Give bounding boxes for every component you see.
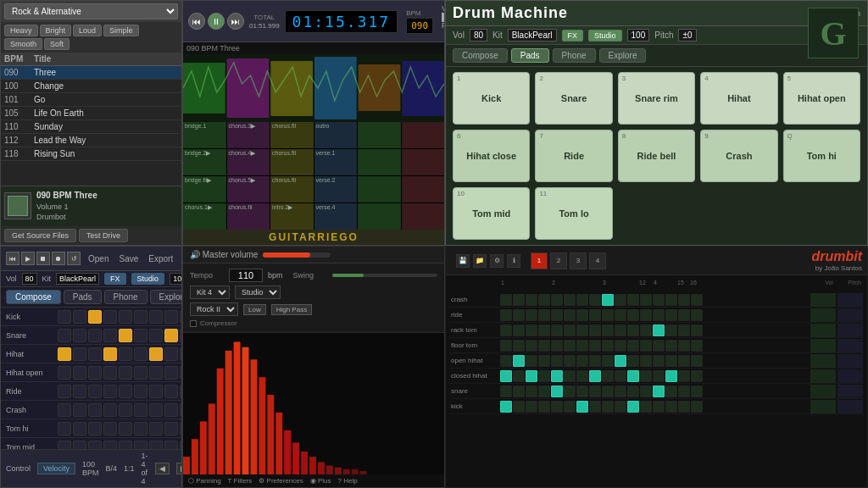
track-item[interactable]: 105 Life On Earth xyxy=(1,107,181,120)
next-button[interactable]: ⏭ xyxy=(227,13,244,30)
db-page-next[interactable]: ▶ xyxy=(176,463,182,474)
db-prev-btn[interactable]: ⏮ xyxy=(6,252,19,265)
style-smooth[interactable]: Smooth xyxy=(4,38,42,50)
dm-studio-button[interactable]: Studio xyxy=(588,30,622,42)
track-item[interactable]: 090 Three xyxy=(1,66,181,80)
dc-low-btn[interactable]: Low xyxy=(243,304,266,315)
dc-master-volume: 🔊 Master volume xyxy=(183,247,444,263)
wave-track-cell[interactable]: intro.2▶ xyxy=(270,203,314,230)
pause-button[interactable]: ⏸ xyxy=(208,13,225,30)
dc-studio-select[interactable]: Studio xyxy=(235,286,281,299)
preview-buttons: Get Source Files Test Drive xyxy=(1,226,181,245)
dbs-bank-2[interactable]: 2 xyxy=(550,252,567,269)
dm-pad-hihat[interactable]: 4 Hihat xyxy=(700,72,777,125)
svg-rect-13 xyxy=(242,347,249,474)
dc-swing-slider[interactable] xyxy=(332,274,437,277)
db-export-menu[interactable]: Export xyxy=(146,253,175,264)
wave-track-cell[interactable]: bridge.fil▶ xyxy=(183,176,226,202)
test-drive-button[interactable]: Test Drive xyxy=(79,229,128,242)
db-control-velocity: Velocity xyxy=(37,463,75,474)
dm-tab-explore[interactable]: Explore xyxy=(599,48,647,63)
track-item[interactable]: 100 Change xyxy=(1,80,181,93)
db-record-btn[interactable]: ⏺ xyxy=(52,252,65,265)
dm-tab-phone[interactable]: Phone xyxy=(553,48,596,63)
dc-rockii-select[interactable]: Rock II xyxy=(190,302,238,316)
dbs-folder-icon[interactable]: 📁 xyxy=(473,254,487,268)
wave-track-cell[interactable]: chorus.fil xyxy=(227,203,270,230)
db-fx-ctrl[interactable]: FX xyxy=(104,273,126,285)
wave-track-cell[interactable]: chorus.3▶ xyxy=(227,122,270,148)
dm-pad-hihat-close[interactable]: 6 Hihat close xyxy=(453,130,530,182)
db-tab-compose[interactable]: Compose xyxy=(6,290,61,304)
svg-rect-26 xyxy=(352,469,359,474)
dm-pad-snare-rim[interactable]: 3 Snare rim xyxy=(618,72,695,125)
genre-dropdown[interactable]: Rock & Alternative xyxy=(4,3,178,19)
wave-track-cell[interactable]: chorus.4▶ xyxy=(227,149,270,175)
db-refresh-btn[interactable]: ↺ xyxy=(67,252,81,265)
dm-pad-tom-lo[interactable]: 11 Tom lo xyxy=(535,187,612,240)
style-soft[interactable]: Soft xyxy=(44,38,70,50)
dc-tempo-input[interactable] xyxy=(229,269,263,282)
dc-plus-link[interactable]: ◉ Plus xyxy=(310,477,331,485)
db-page-prev[interactable]: ◀ xyxy=(155,463,170,474)
dbs-bank-4[interactable]: 4 xyxy=(589,252,606,269)
svg-rect-7 xyxy=(192,439,198,474)
style-simple[interactable]: Simple xyxy=(103,25,139,36)
dm-pad-kick[interactable]: 1 Kick xyxy=(453,72,530,125)
dc-panning-link[interactable]: ⬡ Panning xyxy=(188,477,221,485)
track-item[interactable]: 118 Rising Sun xyxy=(1,147,181,161)
dc-preferences-link[interactable]: ⚙ Preferences xyxy=(259,477,303,485)
db-tab-pads[interactable]: Pads xyxy=(64,290,102,304)
track-item[interactable]: 112 Lead the Way xyxy=(1,134,181,147)
wave-track-cell[interactable]: bridge.2▶ xyxy=(183,149,226,175)
db-save-menu[interactable]: Save xyxy=(116,253,141,264)
dc-highpass-btn[interactable]: High Pass xyxy=(271,304,312,315)
dm-pad-ride-bell[interactable]: 8 Ride bell xyxy=(618,130,695,182)
db-tab-explore[interactable]: Explore xyxy=(150,290,182,304)
wave-track-cell[interactable] xyxy=(402,122,445,148)
dm-pad-tom-mid[interactable]: 10 Tom mid xyxy=(453,187,530,240)
dc-vol-bar[interactable] xyxy=(263,252,331,258)
dc-histogram xyxy=(183,333,444,474)
db-studio-ctrl[interactable]: Studio xyxy=(131,273,165,285)
dbs-info-icon[interactable]: ℹ xyxy=(507,254,520,268)
style-heavy[interactable]: Heavy xyxy=(4,25,38,36)
track-item[interactable]: 101 Go xyxy=(1,93,181,107)
style-bright[interactable]: Bright xyxy=(40,25,72,36)
dbs-settings-icon[interactable]: ⚙ xyxy=(490,254,504,268)
db-open-menu[interactable]: Open xyxy=(86,253,111,264)
wave-track-cell[interactable]: outro xyxy=(314,122,358,148)
dbs-bank-1[interactable]: 1 xyxy=(531,252,548,269)
dm-tab-compose[interactable]: Compose xyxy=(453,48,508,63)
wave-track-cell[interactable]: bridge.1 xyxy=(183,122,226,148)
wave-track-cell[interactable]: chorus.1▶ xyxy=(183,203,226,230)
dbs-bank-3[interactable]: 3 xyxy=(570,252,587,269)
db-play-btn[interactable]: ▶ xyxy=(21,252,35,265)
dc-filters-link[interactable]: T Filters xyxy=(228,477,253,485)
wave-track-cell[interactable]: verse.2 xyxy=(314,176,358,202)
wave-track-cell[interactable]: chorus.fil xyxy=(270,122,314,148)
dm-pad-snare[interactable]: 2 Snare xyxy=(535,72,612,125)
db-tab-phone[interactable]: Phone xyxy=(104,290,147,304)
prev-button[interactable]: ⏮ xyxy=(188,13,205,30)
dm-fx-button[interactable]: FX xyxy=(562,30,584,42)
db-stop-btn[interactable]: ⏹ xyxy=(36,252,50,265)
wave-track-cell[interactable]: chorus.fil xyxy=(270,149,314,175)
dc-help-link[interactable]: ? Help xyxy=(338,477,358,485)
dbs-save-icon[interactable]: 💾 xyxy=(456,254,470,268)
dm-pad-tom-hi[interactable]: Q Tom hi xyxy=(783,130,860,182)
track-list-header: BPM Title xyxy=(1,53,181,66)
wave-track-cell[interactable]: chorus.5▶ xyxy=(227,176,270,202)
wave-track-cell[interactable]: verse.1 xyxy=(314,149,358,175)
get-source-files-button[interactable]: Get Source Files xyxy=(4,229,76,242)
dm-pad-hihat-open[interactable]: 5 Hihat open xyxy=(783,72,860,125)
dm-pad-crash[interactable]: 9 Crash xyxy=(700,130,777,182)
dc-kit-select[interactable]: Kit 4 xyxy=(190,286,230,299)
wave-track-cell[interactable] xyxy=(358,122,401,148)
dm-tab-pads[interactable]: Pads xyxy=(511,48,549,63)
wave-track-cell[interactable]: verse.4 xyxy=(314,203,358,230)
wave-track-cell[interactable]: chorus.fil xyxy=(270,176,314,202)
dm-pad-ride[interactable]: 7 Ride xyxy=(535,130,612,182)
style-loud[interactable]: Loud xyxy=(73,25,102,36)
track-item[interactable]: 110 Sunday xyxy=(1,120,181,134)
